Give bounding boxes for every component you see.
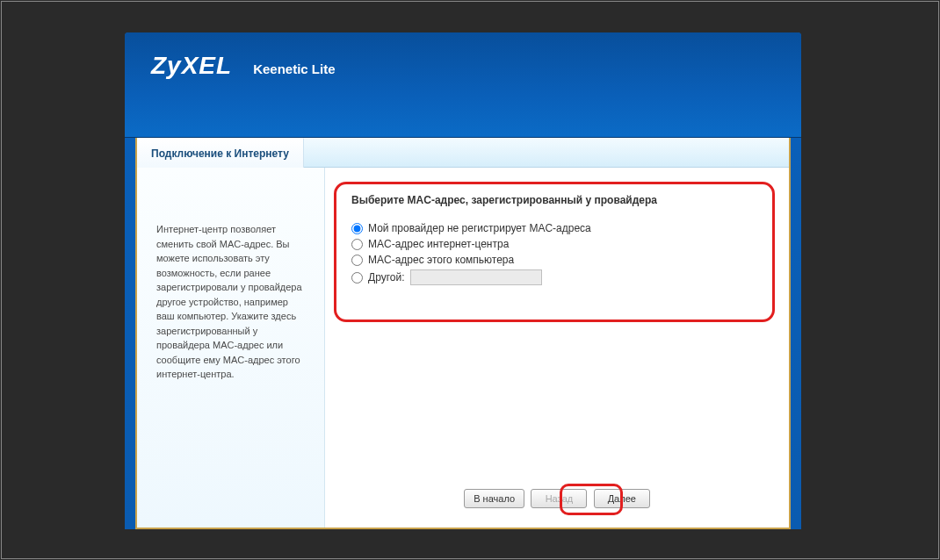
option-label: MAC-адрес интернет-центра [368, 238, 509, 250]
home-button[interactable]: В начало [464, 489, 524, 508]
back-button: Назад [531, 489, 587, 508]
option-label: Мой провайдер не регистрирует MAC-адреса [368, 222, 591, 234]
help-sidebar: Интернет-центр позволяет сменить свой MA… [137, 168, 325, 528]
screenshot-frame: ZyXEL Keenetic Lite Подключение к Интерн… [1, 1, 939, 559]
option-no-mac-registration[interactable]: Мой провайдер не регистрирует MAC-адреса [351, 222, 763, 234]
radio-router-mac[interactable] [351, 239, 363, 250]
tab-bar: Подключение к Интернету [137, 138, 789, 168]
radio-no-mac-registration[interactable] [351, 223, 363, 234]
radio-other-mac[interactable] [351, 272, 363, 284]
fieldset-legend: Выберите MAC-адрес, зарегистрированный у… [351, 194, 763, 206]
wizard-button-bar: В начало Назад Далее [325, 489, 789, 508]
option-label: Другой: [368, 271, 405, 284]
option-computer-mac[interactable]: MAC-адрес этого компьютера [351, 254, 763, 266]
option-other-mac[interactable]: Другой: [351, 269, 763, 285]
wizard-panel: Подключение к Интернету Интернет-центр п… [135, 138, 791, 529]
radio-computer-mac[interactable] [351, 255, 363, 266]
model-name: Keenetic Lite [253, 61, 335, 76]
option-label: MAC-адрес этого компьютера [368, 254, 514, 266]
mac-address-fieldset: Выберите MAC-адрес, зарегистрированный у… [351, 194, 763, 285]
tab-internet-connection[interactable]: Подключение к Интернету [137, 138, 304, 168]
wizard-main: Выберите MAC-адрес, зарегистрированный у… [325, 168, 789, 528]
option-router-mac[interactable]: MAC-адрес интернет-центра [351, 238, 763, 250]
router-admin-window: ZyXEL Keenetic Lite Подключение к Интерн… [125, 32, 801, 529]
brand-logo: ZyXEL [151, 52, 232, 80]
next-button[interactable]: Далее [594, 489, 650, 508]
other-mac-input[interactable] [410, 269, 542, 285]
header: ZyXEL Keenetic Lite [125, 32, 801, 138]
